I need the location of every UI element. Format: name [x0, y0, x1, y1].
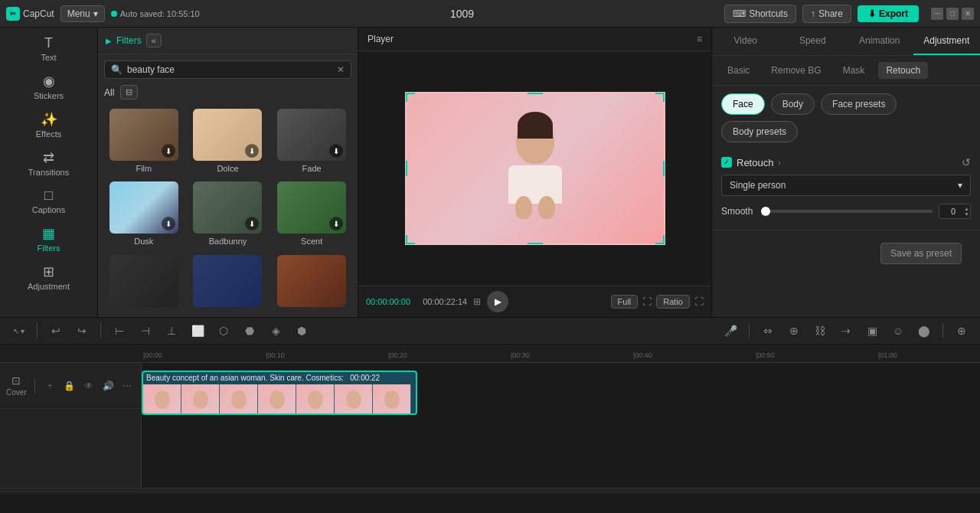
transform-button[interactable]: ◈ — [265, 320, 286, 341]
tab-remove-bg[interactable]: Remove BG — [763, 62, 828, 79]
filter-badbunny[interactable]: ⬇ Badbunny — [188, 181, 268, 250]
filter-options-button[interactable]: ⊟ — [120, 85, 138, 100]
minimize-button[interactable]: ─ — [931, 8, 943, 20]
face-presets-button[interactable]: Face presets — [821, 93, 897, 115]
sidebar-item-adjustment[interactable]: ⊞ Adjustment — [0, 259, 97, 296]
filter-fade[interactable]: ⬇ Fade — [272, 109, 351, 177]
split2-button[interactable]: ⊣ — [135, 320, 156, 341]
filter-scent[interactable]: ⬇ Scent — [272, 181, 351, 250]
track-audio-icon[interactable]: 🔊 — [100, 377, 115, 394]
retouch-reset-icon[interactable]: ↺ — [962, 156, 971, 168]
download-icon[interactable]: ⬇ — [162, 144, 175, 158]
tab-adjustment[interactable]: Adjustment — [913, 28, 981, 55]
shortcuts-button[interactable]: ⌨ Shortcuts — [724, 5, 796, 23]
mask-button[interactable]: ⬤ — [913, 320, 935, 341]
search-input[interactable] — [127, 64, 332, 75]
full-button[interactable]: Full — [611, 295, 639, 309]
export-label: Export — [879, 8, 908, 19]
download-icon[interactable]: ⬇ — [329, 217, 343, 230]
smooth-slider[interactable] — [766, 210, 933, 213]
selection-handle-tr[interactable] — [655, 93, 665, 102]
redo-button[interactable]: ↪ — [71, 320, 93, 341]
share-button[interactable]: ↑ Share — [802, 5, 851, 23]
play-button[interactable]: ▶ — [487, 291, 508, 312]
retouch-chevron-icon: › — [778, 158, 780, 167]
download-icon[interactable]: ⬇ — [245, 144, 259, 158]
tab-video[interactable]: Video — [712, 28, 779, 55]
timecode-icon[interactable]: ⊞ — [473, 296, 481, 307]
timeline-scrollbar[interactable] — [0, 488, 980, 494]
filter-more3[interactable] — [272, 255, 351, 314]
add-track-button[interactable]: ⊕ — [951, 320, 972, 341]
tab-animation[interactable]: Animation — [846, 28, 913, 55]
tab-basic[interactable]: Basic — [720, 62, 757, 79]
select-tool[interactable]: ↖ ▾ — [8, 320, 29, 341]
sidebar-item-filters[interactable]: ▦ Filters — [0, 221, 97, 257]
ratio-button[interactable]: Ratio — [656, 295, 690, 309]
body-button[interactable]: Body — [771, 93, 815, 115]
cover-button[interactable]: ⊡ Cover — [6, 374, 27, 397]
spinner-up[interactable]: ▲ — [964, 206, 969, 211]
expand-icon[interactable]: ⛶ — [694, 296, 704, 307]
spinner-down[interactable]: ▼ — [964, 211, 969, 217]
undo-button[interactable]: ↩ — [45, 320, 67, 341]
sidebar-item-effects[interactable]: ✨ Effects — [0, 106, 97, 143]
menu-button[interactable]: Menu ▾ — [60, 5, 105, 22]
selection-handle-bottom[interactable] — [528, 243, 543, 244]
clear-search-icon[interactable]: ✕ — [337, 64, 345, 75]
filter-more1[interactable] — [104, 255, 184, 314]
person-dropdown[interactable]: Single person ▾ — [721, 175, 971, 196]
selection-handle-bl[interactable] — [406, 235, 415, 244]
video-track[interactable]: Beauty concept of an asian woman. Skin c… — [142, 371, 417, 415]
selection-handle-br[interactable] — [655, 235, 665, 244]
smooth-input[interactable] — [942, 207, 964, 216]
track-eye-icon[interactable]: 👁 — [81, 377, 96, 394]
download-icon[interactable]: ⬇ — [329, 144, 343, 158]
mic-button[interactable]: 🎤 — [720, 320, 741, 341]
filter-dolce[interactable]: ⬇ Dolce — [188, 109, 268, 177]
shape-button[interactable]: ⬡ — [213, 320, 234, 341]
selection-handle-top[interactable] — [528, 93, 543, 94]
delete-button[interactable]: ⬜ — [187, 320, 208, 341]
filter-more2[interactable] — [188, 255, 268, 314]
smooth-slider-handle[interactable] — [761, 207, 770, 216]
filter-dusk[interactable]: ⬇ Dusk — [104, 181, 184, 250]
track-lock-icon[interactable]: 🔒 — [62, 377, 77, 394]
puzzle-button[interactable]: ⊕ — [783, 320, 805, 341]
tab-speed[interactable]: Speed — [779, 28, 847, 55]
fullscreen-icon[interactable]: ⛶ — [642, 296, 652, 307]
flip-button[interactable]: ⬣ — [239, 320, 260, 341]
magnet-button[interactable]: ⇔ — [757, 320, 779, 341]
track-more-icon[interactable]: ⋯ — [120, 377, 135, 394]
timeline-button[interactable]: ▣ — [861, 320, 883, 341]
collapse-panel-button[interactable]: « — [146, 34, 162, 47]
group-button[interactable]: ⬢ — [291, 320, 312, 341]
split-track-button[interactable]: ⇢ — [835, 320, 857, 341]
filter-film[interactable]: ⬇ Film — [104, 109, 184, 177]
split-button[interactable]: ⊢ — [109, 320, 130, 341]
sidebar-item-stickers[interactable]: ◉ Stickers — [0, 68, 97, 105]
sidebar-item-transitions[interactable]: ⇄ Transitions — [0, 145, 97, 181]
retouch-checkbox[interactable]: ✓ — [721, 157, 732, 168]
face-button[interactable]: Face — [721, 93, 765, 115]
retouch-tabs: Basic Remove BG Mask Retouch — [712, 56, 980, 86]
maximize-button[interactable]: □ — [946, 8, 959, 20]
player-menu-icon[interactable]: ≡ — [697, 34, 702, 44]
sidebar-item-text[interactable]: T Text — [0, 31, 97, 67]
selection-handle-tl[interactable] — [406, 93, 415, 102]
tab-retouch[interactable]: Retouch — [878, 62, 928, 79]
tab-mask[interactable]: Mask — [835, 62, 873, 79]
selection-handle-left[interactable] — [406, 161, 407, 176]
track-add-icon[interactable]: + — [43, 377, 57, 394]
sidebar-item-captions[interactable]: □ Captions — [0, 183, 97, 219]
download-icon[interactable]: ⬇ — [245, 217, 259, 230]
link-button[interactable]: ⛓ — [809, 320, 831, 341]
split3-button[interactable]: ⊥ — [161, 320, 182, 341]
download-icon[interactable]: ⬇ — [162, 217, 175, 230]
export-button[interactable]: ⬇ Export — [858, 5, 919, 22]
body-presets-button[interactable]: Body presets — [721, 121, 798, 142]
save-preset-button[interactable]: Save as preset — [880, 243, 962, 264]
selection-handle-right[interactable] — [663, 161, 665, 176]
close-button[interactable]: ✕ — [962, 8, 974, 20]
emoji-button[interactable]: ☺ — [887, 320, 909, 341]
